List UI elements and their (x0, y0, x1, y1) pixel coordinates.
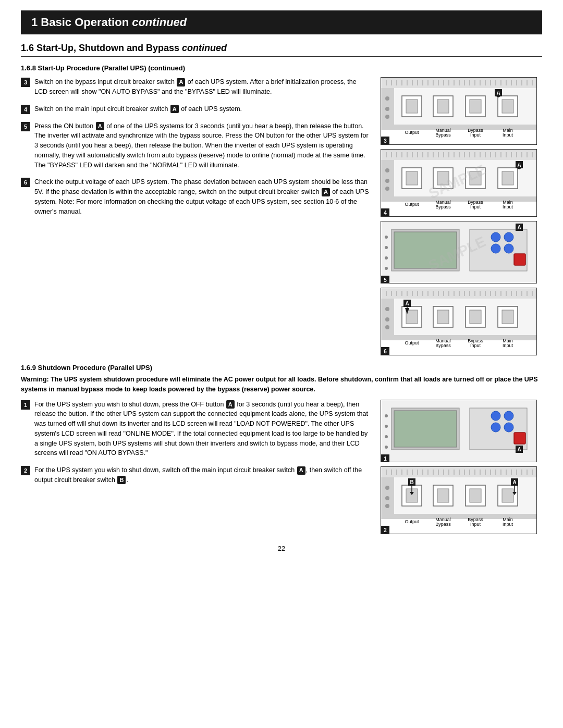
svg-rect-93 (406, 171, 418, 185)
badge-A-5: A (96, 122, 104, 130)
svg-rect-36 (406, 100, 418, 113)
warning-text: Warning: The UPS system shutdown procedu… (21, 375, 542, 394)
svg-point-240 (385, 496, 389, 500)
svg-text:Output: Output (405, 340, 419, 346)
shutdown-step-2: 2 For the UPS system you wish to shut do… (21, 465, 370, 485)
main-title: 1 Basic Operation continued (31, 16, 532, 29)
main-title-italic: continued (132, 16, 187, 29)
shutdown-diagram-1-svg: A 1 (381, 400, 537, 462)
shutdown-step-1-number: 1 (21, 400, 30, 410)
svg-point-120 (385, 256, 388, 260)
svg-text:A: A (512, 479, 516, 485)
section-title-text: 1.6 Start-Up, Shutdown and Bypass (21, 43, 182, 53)
svg-text:1: 1 (384, 456, 387, 462)
svg-text:Input: Input (503, 132, 513, 138)
svg-point-33 (385, 107, 389, 111)
shutdown-section: 1.6.9 Shutdown Procedure (Parallel UPS) … (21, 364, 542, 534)
svg-text:2: 2 (384, 527, 387, 533)
svg-point-195 (385, 435, 388, 438)
step-6-number: 6 (21, 178, 30, 187)
svg-text:Input: Input (503, 522, 513, 527)
shutdown-diagram-2-wrapper: B A Output Manual Bypass (381, 466, 542, 534)
shutdown-title-text: 1.6.9 Shutdown Procedure (Parallel UPS) (21, 364, 152, 372)
diagram-4-svg: A Output Manual Bypass Bypass Input Main… (381, 149, 537, 217)
diagram-5-svg: A SAMPLE 5 (381, 221, 537, 283)
badge-A-3: A (177, 78, 185, 87)
svg-text:3: 3 (384, 138, 387, 144)
page-number-text: 22 (278, 545, 285, 552)
subsection-168-title-text: 1.6.8 Start-Up Procedure (Parallel UPS) … (21, 64, 185, 72)
svg-text:6: 6 (384, 349, 387, 354)
svg-text:Input: Input (503, 343, 513, 348)
svg-point-200 (491, 423, 500, 432)
svg-text:Input: Input (470, 522, 481, 527)
svg-point-121 (385, 267, 388, 270)
svg-rect-127 (514, 254, 525, 265)
svg-rect-40 (470, 100, 481, 113)
svg-point-239 (385, 486, 389, 490)
svg-point-91 (385, 187, 389, 191)
svg-rect-38 (437, 100, 449, 113)
right-column: A Output Manual Bypass Bypass Input Main… (381, 77, 542, 355)
svg-text:A: A (517, 447, 521, 452)
step-5-text: Press the ON button A of one of the UPS … (34, 121, 370, 170)
svg-point-193 (385, 414, 388, 417)
step-5: 5 Press the ON button A of one of the UP… (21, 121, 370, 170)
svg-point-198 (491, 411, 500, 421)
svg-rect-238 (381, 477, 394, 514)
svg-text:A: A (517, 225, 521, 230)
svg-point-166 (385, 317, 389, 322)
shutdown-content-area: 1 For the UPS system you wish to shut do… (21, 400, 542, 534)
svg-rect-42 (502, 100, 513, 113)
main-title-text: 1 Basic Operation (31, 16, 132, 29)
svg-text:Bypass: Bypass (435, 132, 451, 138)
svg-point-125 (491, 244, 500, 253)
svg-text:Input: Input (470, 343, 481, 348)
svg-text:Input: Input (503, 204, 513, 209)
main-header: 1 Basic Operation continued (21, 10, 542, 34)
svg-text:A: A (405, 301, 409, 306)
diagram-6-svg: A Output Manual Bypass Bypass Input Main… (381, 288, 537, 355)
page-container: 1 Basic Operation continued 1.6 Start-Up… (0, 0, 563, 568)
step-4: 4 Switch on the main input circuit break… (21, 104, 370, 114)
badge-A-sd1: A (226, 400, 235, 409)
svg-rect-202 (514, 433, 525, 444)
badge-B-sd2: B (117, 476, 126, 484)
svg-rect-47 (381, 125, 537, 130)
svg-point-126 (504, 244, 513, 253)
svg-point-118 (385, 236, 388, 239)
shutdown-left-col: 1 For the UPS system you wish to shut do… (21, 400, 370, 534)
diagram-3-wrapper: A Output Manual Bypass Bypass Input Main… (381, 77, 542, 145)
svg-text:Output: Output (405, 202, 419, 207)
badge-A-6: A (322, 188, 330, 196)
svg-rect-171 (437, 310, 449, 324)
shutdown-diagram-1-wrapper: A 1 (381, 400, 542, 462)
svg-text:Bypass: Bypass (435, 522, 451, 527)
shutdown-step-1: 1 For the UPS system you wish to shut do… (21, 400, 370, 459)
svg-point-90 (385, 179, 389, 183)
step-5-number: 5 (21, 122, 30, 131)
badge-A-4: A (170, 105, 179, 113)
svg-text:Bypass: Bypass (435, 204, 451, 209)
svg-text:Input: Input (470, 204, 481, 209)
svg-text:Input: Input (470, 132, 481, 138)
svg-point-124 (504, 232, 513, 242)
svg-point-194 (385, 425, 388, 428)
svg-rect-249 (502, 489, 513, 502)
shutdown-title: 1.6.9 Shutdown Procedure (Parallel UPS) (21, 364, 542, 372)
svg-point-201 (504, 423, 513, 432)
shutdown-step-2-number: 2 (21, 466, 30, 475)
shutdown-right-col: A 1 (381, 400, 542, 534)
shutdown-step-2-text: For the UPS system you wish to shut down… (34, 465, 370, 485)
diagram-4-wrapper: A Output Manual Bypass Bypass Input Main… (381, 149, 542, 217)
svg-rect-164 (381, 299, 394, 335)
section-title: 1.6 Start-Up, Shutdown and Bypass contin… (21, 43, 542, 54)
step-3-text: Switch on the bypass input circuit break… (34, 77, 370, 97)
svg-text:Output: Output (405, 519, 419, 524)
svg-rect-245 (437, 489, 449, 502)
svg-text:4: 4 (384, 210, 387, 216)
step-3: 3 Switch on the bypass input circuit bre… (21, 77, 370, 97)
shutdown-diagram-2-svg: B A Output Manual Bypass (381, 466, 537, 534)
step-4-text: Switch on the main input circuit breaker… (34, 104, 242, 114)
content-area: 3 Switch on the bypass input circuit bre… (21, 77, 542, 355)
